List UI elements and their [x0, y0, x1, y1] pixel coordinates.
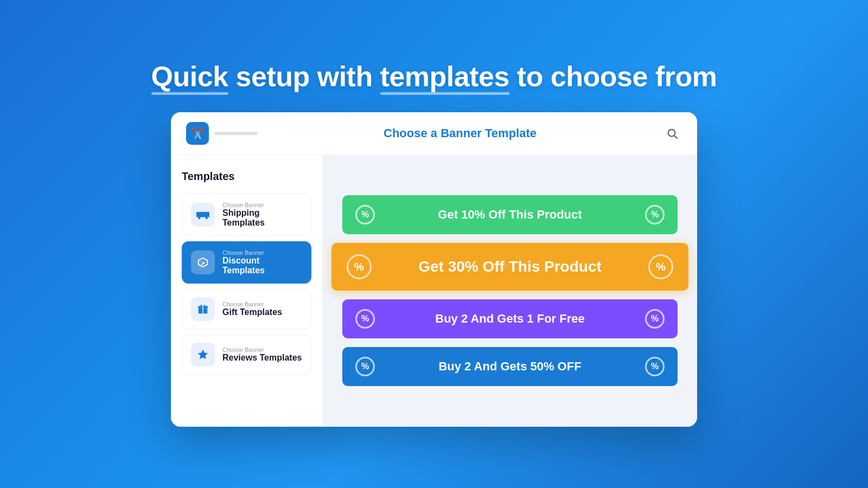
reviews-label: Reviews Templates	[222, 353, 302, 363]
sidebar-heading: Templates	[182, 170, 311, 183]
modal-header: ✂️ Choose a Banner Template	[171, 112, 697, 155]
badge-right-green: %	[645, 205, 665, 224]
badge-right-purple: %	[645, 309, 665, 329]
discount-icon	[191, 251, 215, 274]
reviews-sublabel: Choose Banner	[222, 346, 302, 353]
banner-orange-30[interactable]: % Get 30% Off This Product %	[331, 243, 688, 291]
banner-purple-label: Buy 2 And Gets 1 For Free	[375, 312, 645, 326]
banner-content-area: % Get 10% Off This Product % % Get 30% O…	[323, 155, 697, 427]
modal: ✂️ Choose a Banner Template Templates	[171, 112, 697, 427]
heading-word-templates: templates	[380, 61, 509, 92]
svg-point-5	[206, 216, 208, 219]
badge-left-green: %	[355, 205, 375, 224]
page-title: Quick setup with templates to choose fro…	[151, 61, 717, 92]
shipping-icon	[191, 203, 215, 227]
banner-green-label: Get 10% Off This Product	[375, 208, 645, 222]
modal-body: Templates Choose Banner Shipping Templat…	[171, 155, 697, 427]
badge-left-blue: %	[355, 357, 375, 376]
banner-orange-label: Get 30% Off This Product	[372, 258, 648, 275]
shipping-sublabel: Choose Banner	[222, 202, 302, 208]
gift-label: Gift Templates	[222, 307, 282, 317]
heading-word-quick: Quick	[151, 61, 228, 92]
search-button[interactable]	[662, 124, 682, 143]
banner-blue-50[interactable]: % Buy 2 And Gets 50% OFF %	[342, 347, 678, 386]
banner-blue-label: Buy 2 And Gets 50% OFF	[375, 359, 645, 374]
gift-sublabel: Choose Banner	[222, 301, 282, 307]
badge-left-orange: %	[347, 254, 372, 279]
reviews-icon	[191, 343, 215, 367]
badge-right-blue: %	[645, 357, 665, 376]
svg-line-1	[674, 136, 677, 138]
svg-marker-3	[205, 211, 209, 217]
sidebar-item-shipping[interactable]: Choose Banner Shipping Templates	[182, 194, 311, 236]
sidebar-item-reviews[interactable]: Choose Banner Reviews Templates	[182, 335, 311, 375]
gift-icon	[191, 297, 215, 321]
svg-point-4	[198, 216, 201, 219]
header-logo-area: ✂️	[186, 122, 258, 145]
shipping-label: Shipping Templates	[222, 208, 302, 228]
svg-rect-2	[196, 211, 205, 217]
logo-line	[214, 132, 258, 135]
badge-right-orange: %	[648, 254, 673, 279]
sidebar-item-discount[interactable]: Choose Banner Discount Templates	[182, 241, 311, 284]
banner-green-10[interactable]: % Get 10% Off This Product %	[342, 195, 678, 234]
discount-sublabel: Choose Banner	[222, 249, 302, 256]
banner-purple-buy2[interactable]: % Buy 2 And Gets 1 For Free %	[342, 299, 678, 338]
sidebar-item-gift[interactable]: Choose Banner Gift Templates	[182, 289, 311, 329]
discount-label: Discount Templates	[222, 256, 302, 275]
modal-title: Choose a Banner Template	[258, 126, 662, 140]
badge-left-purple: %	[355, 309, 375, 329]
svg-marker-9	[198, 349, 208, 358]
logo-icon: ✂️	[186, 122, 209, 145]
sidebar: Templates Choose Banner Shipping Templat…	[171, 155, 323, 427]
